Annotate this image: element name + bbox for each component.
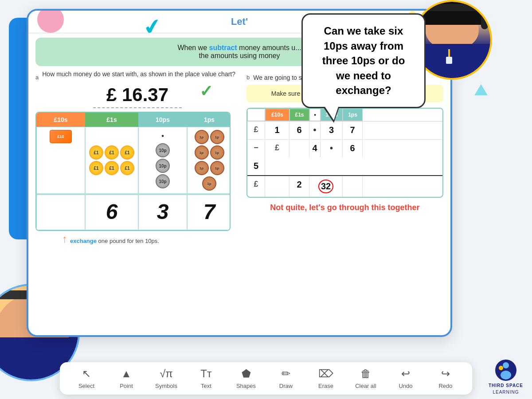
pound-coin: £1 bbox=[89, 161, 103, 175]
cell-10ps: • 10p 10p 10p bbox=[138, 127, 187, 194]
svg-point-3 bbox=[499, 366, 503, 370]
pv-header-1s: £1s bbox=[289, 109, 309, 121]
pv-cell-pound1: £ bbox=[247, 121, 265, 139]
exchange-link: exchange bbox=[70, 238, 97, 244]
left-panel: a How much money do we start with, as sh… bbox=[35, 70, 239, 245]
pv-row-3: £ 2 32 bbox=[247, 176, 442, 197]
one-p-coin: 1p bbox=[202, 176, 216, 191]
count-6: 6 bbox=[88, 200, 135, 224]
ten-p-coin: 10p bbox=[156, 174, 170, 188]
svg-point-2 bbox=[501, 371, 511, 379]
one-p-coin: 1p bbox=[195, 145, 209, 160]
draw-icon: ✏ bbox=[282, 368, 290, 380]
count-cell-7: 7 bbox=[187, 195, 231, 230]
shapes-icon: ⬟ bbox=[242, 368, 251, 380]
pv-cell-6: 6 bbox=[289, 121, 309, 139]
green-tick-icon: ✓ bbox=[200, 82, 213, 101]
toolbar-select[interactable]: ↖ Select bbox=[73, 368, 100, 389]
toolbar-clear-all[interactable]: 🗑 Clear all bbox=[352, 368, 379, 389]
toolbar-point[interactable]: ▲ Point bbox=[113, 368, 140, 389]
instruction-text2: the amounts using money bbox=[199, 52, 280, 59]
svg-point-1 bbox=[503, 362, 509, 368]
speech-bubble-text: Can we take six 10ps away from three 10p… bbox=[322, 25, 405, 96]
pv-cell-4: 4 bbox=[309, 140, 321, 157]
toolbar-shapes[interactable]: ⬟ Shapes bbox=[233, 368, 259, 389]
redo-label: Redo bbox=[438, 383, 452, 389]
speech-bubble: Can we take six 10ps away from three 10p… bbox=[301, 13, 426, 108]
tsl-text-top: THIRD SPACE bbox=[489, 383, 523, 388]
undo-label: Undo bbox=[399, 383, 412, 389]
count-cell-empty bbox=[36, 195, 85, 230]
pv-header: £10s £1s • 10ps 1ps bbox=[247, 109, 442, 121]
cell-1ps: 1p 1p 1p 1p 1p 1p 1p bbox=[187, 127, 231, 194]
count-row: 6 3 7 bbox=[36, 194, 230, 230]
deco-teal-triangle bbox=[474, 84, 488, 95]
pv-cell-2: 2 bbox=[289, 176, 309, 197]
one-p-coin: 1p bbox=[195, 130, 209, 144]
count-7: 7 bbox=[190, 200, 228, 224]
ten-pound-note: £10 bbox=[50, 130, 72, 143]
question-text-a: How much money do we start with, as show… bbox=[42, 70, 235, 78]
erase-icon: ⌦ bbox=[318, 368, 333, 380]
ten-p-coin: 10p bbox=[156, 159, 170, 173]
pound-prefix: £ bbox=[106, 84, 122, 105]
pv-cell-dot2: • bbox=[321, 140, 343, 157]
point-label: Point bbox=[120, 383, 133, 389]
money-amount: £ 16.37 ✓ bbox=[35, 84, 239, 106]
select-icon: ↖ bbox=[82, 368, 91, 380]
col-header-1s: £1s bbox=[85, 113, 138, 127]
pv-cell-5: 5 bbox=[247, 157, 265, 175]
instruction-text: When we subtract money amounts u... bbox=[177, 44, 301, 51]
redo-icon: ↪ bbox=[441, 368, 450, 380]
pv-cell-3: 3 bbox=[321, 121, 343, 139]
exchange-row: ↑ exchange one pound for ten 10ps. bbox=[62, 233, 239, 245]
toolbar-redo[interactable]: ↪ Redo bbox=[432, 368, 459, 389]
one-p-coin: 1p bbox=[210, 161, 224, 175]
draw-label: Draw bbox=[279, 383, 293, 389]
pv-cell-3b: 32 bbox=[309, 176, 343, 197]
pv-header-empty bbox=[247, 109, 265, 121]
select-label: Select bbox=[78, 383, 94, 389]
pv-header-dot: • bbox=[309, 109, 321, 121]
coins-table-header: £10s £1s 10ps 1ps bbox=[36, 113, 230, 127]
toolbar-erase[interactable]: ⌦ Erase bbox=[313, 368, 339, 389]
text-icon: Tт bbox=[200, 368, 212, 380]
pound-coin: £1 bbox=[105, 145, 119, 160]
tsl-icon bbox=[495, 359, 517, 381]
coins-table-body: £10 £1 £1 £1 £1 £1 £1 bbox=[36, 127, 230, 194]
ten-p-coin: 10p bbox=[156, 143, 170, 157]
whiteboard-title: Let' bbox=[231, 16, 248, 27]
col-header-1ps: 1ps bbox=[187, 113, 231, 127]
clear-all-label: Clear all bbox=[355, 383, 376, 389]
pv-cell-empty3 bbox=[265, 176, 289, 197]
tsl-logo: THIRD SPACE LEARNING bbox=[489, 359, 523, 395]
symbols-icon: √π bbox=[160, 368, 173, 380]
pv-cell-dot1: • bbox=[309, 121, 321, 139]
cell-10s: £10 bbox=[36, 127, 85, 194]
tsl-text-bottom: LEARNING bbox=[493, 390, 519, 395]
count-cell-3: 3 bbox=[138, 195, 187, 230]
pv-row-1: £ 1 6 • 3 7 bbox=[247, 121, 442, 140]
col-header-10s: £10s bbox=[36, 113, 85, 127]
coins-table: £10s £1s 10ps 1ps £10 £1 bbox=[35, 112, 231, 231]
count-cell-6: 6 bbox=[85, 195, 138, 230]
one-p-coin: 1p bbox=[210, 130, 224, 144]
pv-cell-empty1: 1 bbox=[265, 121, 289, 139]
toolbar-draw[interactable]: ✏ Draw bbox=[273, 368, 299, 389]
toolbar-text[interactable]: Tт Text bbox=[193, 368, 219, 389]
arrow-up-icon: ↑ bbox=[62, 233, 67, 245]
toolbar-undo[interactable]: ↩ Undo bbox=[392, 368, 419, 389]
dot-separator: • bbox=[161, 132, 164, 140]
pv-cell-empty2 bbox=[289, 140, 309, 157]
pound-coin: £1 bbox=[120, 145, 134, 160]
dotted-underline bbox=[93, 107, 182, 108]
toolbar-symbols[interactable]: √π Symbols bbox=[153, 368, 180, 389]
circle-32: 32 bbox=[318, 180, 333, 193]
pv-header-1ps: 1ps bbox=[343, 109, 363, 121]
amount-value: 16.37 bbox=[122, 84, 168, 105]
pound-coin: £1 bbox=[105, 161, 119, 175]
pv-header-10s: £10s bbox=[265, 109, 289, 121]
question-label-a: a bbox=[35, 74, 39, 81]
error-message: Not quite, let's go through this togethe… bbox=[246, 203, 443, 212]
undo-icon: ↩ bbox=[401, 368, 410, 380]
